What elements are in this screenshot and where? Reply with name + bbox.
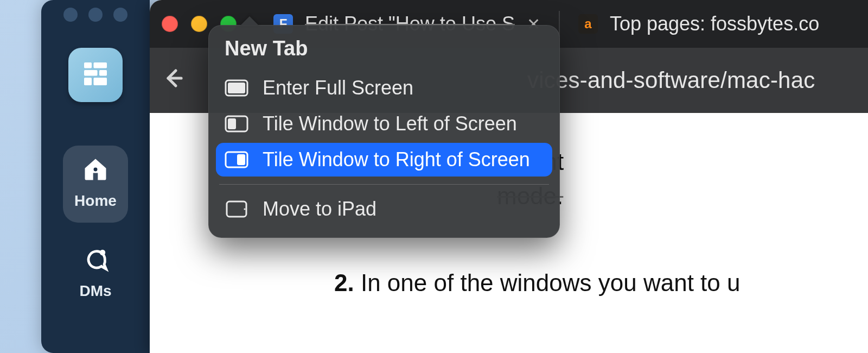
svg-rect-9 (228, 83, 245, 93)
dock-item-home[interactable]: Home (63, 146, 128, 223)
svg-rect-11 (228, 118, 236, 129)
svg-rect-13 (237, 154, 245, 165)
svg-rect-3 (99, 70, 107, 76)
menu-item-label: Tile Window to Right of Screen (263, 148, 530, 171)
svg-point-15 (244, 208, 245, 210)
menu-item-enter-fullscreen[interactable]: Enter Full Screen (216, 71, 552, 105)
svg-point-6 (94, 168, 98, 172)
window-tiling-menu: New Tab Enter Full Screen Tile Window to… (208, 25, 560, 238)
menu-title: New Tab (216, 35, 552, 69)
workspace-tile[interactable] (68, 48, 123, 102)
svg-rect-4 (84, 78, 92, 85)
menu-item-label: Move to iPad (263, 198, 376, 220)
menu-item-move-to-ipad[interactable]: Move to iPad (216, 192, 552, 226)
back-button[interactable] (159, 65, 186, 96)
dock-item-label: DMs (79, 282, 111, 300)
dock-window-controls (63, 8, 127, 22)
dock-dot (113, 8, 127, 22)
dock-dot (63, 8, 78, 22)
menu-item-label: Enter Full Screen (263, 77, 413, 99)
app-dock: Home DMs (41, 0, 150, 353)
workspace-logo-icon (80, 59, 111, 91)
menu-item-tile-right[interactable]: Tile Window to Right of Screen (216, 143, 552, 177)
home-icon (81, 155, 110, 184)
close-window-button[interactable] (162, 16, 178, 32)
menu-item-tile-left[interactable]: Tile Window to Left of Screen (216, 107, 552, 141)
svg-rect-2 (84, 70, 98, 76)
menu-item-label: Tile Window to Left of Screen (263, 112, 517, 135)
ipad-icon (225, 200, 248, 218)
chat-icon (81, 245, 110, 274)
minimize-window-button[interactable] (191, 16, 207, 32)
step-number: 2. (334, 269, 354, 296)
svg-rect-0 (84, 62, 92, 68)
dock-item-label: Home (74, 192, 117, 210)
svg-rect-1 (94, 62, 107, 68)
svg-rect-5 (94, 78, 107, 85)
svg-point-7 (100, 250, 105, 255)
tab-favicon-icon: a (578, 14, 598, 34)
tab-title: Top pages: fossbytes.co (610, 12, 819, 35)
fullscreen-rect-icon (225, 79, 248, 97)
svg-rect-14 (227, 201, 246, 217)
page-text-fragment: 2. In one of the windows you want to u (334, 267, 835, 299)
dock-item-dms[interactable]: DMs (63, 236, 128, 313)
browser-tab[interactable]: a Top pages: fossbytes.co (562, 0, 868, 48)
step-text: In one of the windows you want to u (354, 269, 741, 296)
dock-dot (88, 8, 103, 22)
tile-left-icon (225, 115, 248, 133)
menu-separator (219, 184, 549, 185)
tile-right-icon (225, 151, 248, 168)
